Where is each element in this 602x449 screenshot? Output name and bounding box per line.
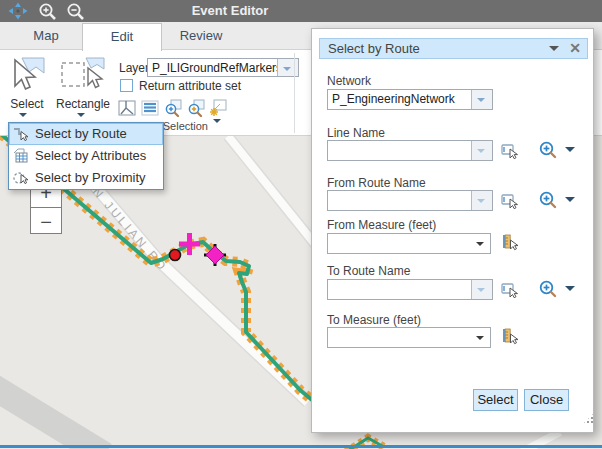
to-measure-caret[interactable]: [476, 336, 484, 344]
select-by-route-icon: [13, 126, 29, 142]
from-route-label: From Route Name: [327, 176, 426, 190]
menu-item-select-by-route[interactable]: Select by Route: [9, 123, 163, 145]
menu-item-label: Select by Attributes: [35, 145, 146, 167]
to-route-zoom-icon[interactable]: [539, 280, 557, 298]
select-button[interactable]: Select: [473, 389, 518, 411]
panel-title: Select by Route: [328, 39, 420, 58]
red-point-marker: [170, 250, 181, 261]
close-button[interactable]: Close: [524, 389, 569, 411]
menu-item-select-by-attributes[interactable]: Select by Attributes: [9, 145, 163, 167]
selection-options-icon[interactable]: [209, 99, 227, 121]
panel-collapse-caret[interactable]: [549, 46, 559, 56]
to-measure-label: To Measure (feet): [327, 313, 421, 327]
select-features-icon[interactable]: [118, 99, 136, 121]
layer-combobox[interactable]: P_ILIGroundRefMarkers: [147, 58, 299, 77]
line-name-dropdown-button[interactable]: [471, 141, 492, 160]
line-name-combobox[interactable]: [327, 140, 493, 161]
from-measure-on-map-icon[interactable]: [501, 233, 519, 251]
from-route-combobox[interactable]: [327, 190, 493, 211]
map-zoom-out-button[interactable]: −: [31, 207, 61, 235]
tab-map[interactable]: Map: [10, 22, 82, 50]
select-tool-label[interactable]: Select: [4, 97, 50, 111]
to-measure-combobox[interactable]: [327, 327, 491, 348]
select-tool-icon[interactable]: [8, 56, 46, 96]
rectangle-tool-dropdown-caret[interactable]: [77, 113, 85, 121]
map-bottom-boundary-line: [0, 445, 602, 448]
return-attribute-set-checkbox[interactable]: [120, 79, 133, 92]
from-route-zoom-options-caret[interactable]: [565, 197, 575, 207]
event-editor-window: N JULIAN RD + −: [0, 0, 602, 449]
from-route-zoom-icon[interactable]: [539, 191, 557, 209]
select-dropdown-menu: Select by Route Select by Attributes Sel…: [8, 122, 164, 190]
rectangle-tool-label[interactable]: Rectangle: [56, 97, 110, 111]
tab-review[interactable]: Review: [162, 22, 240, 50]
to-route-zoom-options-caret[interactable]: [565, 286, 575, 296]
line-name-label: Line Name: [327, 126, 385, 140]
to-route-select-on-map-icon[interactable]: [501, 281, 519, 299]
attribute-list-icon[interactable]: [141, 99, 159, 121]
from-route-select-on-map-icon[interactable]: [501, 192, 519, 210]
network-value: P_EngineeringNetwork: [332, 91, 455, 108]
pan-to-selection-icon[interactable]: [187, 99, 205, 121]
tab-edit[interactable]: Edit: [82, 23, 162, 51]
to-route-combobox[interactable]: [327, 279, 493, 300]
layer-combobox-value: P_ILIGroundRefMarkers: [152, 60, 282, 77]
line-zoom-options-caret[interactable]: [565, 147, 575, 157]
network-dropdown-button[interactable]: [471, 90, 492, 109]
panel-resize-grip[interactable]: [582, 412, 595, 425]
panel-titlebar[interactable]: Select by Route ✕: [319, 38, 588, 59]
to-measure-on-map-icon[interactable]: [501, 327, 519, 345]
menu-item-label: Select by Proximity: [35, 167, 146, 189]
return-attribute-set-label: Return attribute set: [139, 79, 241, 93]
panel-close-icon[interactable]: ✕: [569, 39, 581, 58]
select-tool-dropdown-caret[interactable]: [19, 113, 27, 121]
to-route-dropdown-button[interactable]: [471, 280, 492, 299]
app-title: Event Editor: [0, 3, 460, 18]
menu-item-label: Select by Route: [35, 123, 127, 145]
line-select-on-map-icon[interactable]: [501, 142, 519, 160]
network-label: Network: [327, 74, 371, 88]
zoom-to-selection-icon[interactable]: [164, 99, 182, 121]
select-by-route-panel: Select by Route ✕ Network P_EngineeringN…: [311, 28, 594, 433]
select-by-proximity-icon: [13, 170, 29, 186]
network-combobox[interactable]: P_EngineeringNetwork: [327, 89, 493, 110]
rectangle-tool-icon[interactable]: [60, 56, 106, 96]
from-measure-caret[interactable]: [476, 242, 484, 250]
from-route-dropdown-button[interactable]: [471, 191, 492, 210]
select-by-attributes-icon: [13, 148, 29, 164]
to-route-label: To Route Name: [327, 264, 410, 278]
menu-item-select-by-proximity[interactable]: Select by Proximity: [9, 167, 163, 189]
from-measure-label: From Measure (feet): [327, 218, 436, 232]
ribbon-group-separator: [294, 53, 295, 133]
selection-options-caret[interactable]: [213, 119, 221, 127]
line-zoom-icon[interactable]: [539, 141, 557, 159]
from-measure-combobox[interactable]: [327, 233, 491, 254]
